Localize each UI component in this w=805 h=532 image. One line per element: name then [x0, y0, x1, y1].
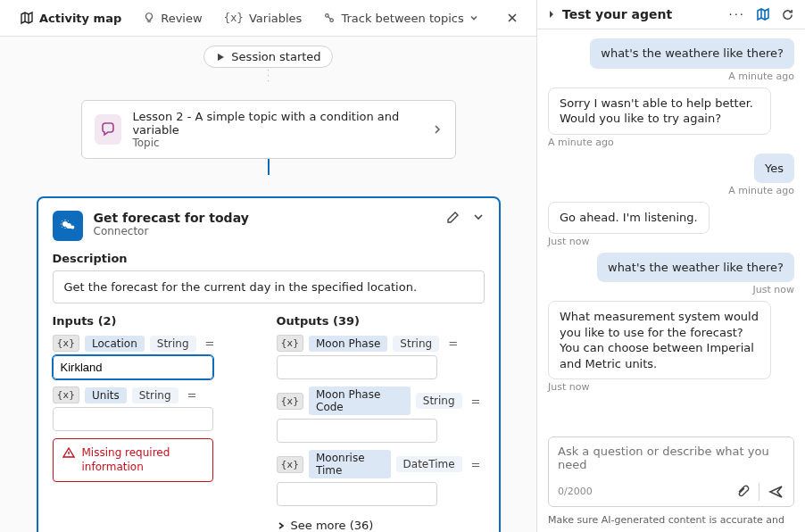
input-units-field[interactable]	[53, 407, 213, 431]
tab-activity-map-label: Activity map	[39, 12, 121, 25]
output-moon-phase: {x} Moon Phase String =	[277, 335, 485, 379]
connector-title: Get forecast for today	[94, 211, 249, 225]
topic-title: Lesson 2 - A simple topic with a conditi…	[132, 110, 420, 137]
topic-icon	[95, 114, 122, 145]
tab-review-label: Review	[161, 12, 202, 25]
input-type: String	[150, 336, 196, 352]
message-bubble[interactable]: Sorry I wasn't able to help better. Woul…	[548, 87, 771, 135]
map-icon	[756, 7, 770, 21]
edit-button[interactable]	[445, 211, 460, 225]
output-field[interactable]	[277, 482, 437, 506]
equals-label: =	[468, 458, 485, 471]
toolbar: Activity map Review {x} Variables Track …	[0, 0, 536, 37]
collapse-test-button[interactable]	[548, 10, 555, 19]
chevron-right-icon	[432, 124, 443, 135]
composer: 0/2000	[548, 436, 794, 507]
topic-card[interactable]: Lesson 2 - A simple topic with a conditi…	[81, 100, 456, 159]
outputs-column: Outputs (39) {x} Moon Phase String = {x}	[277, 314, 485, 532]
variable-icon: {x}	[53, 387, 80, 403]
chat-transcript[interactable]: what's the weathere like there?A minute …	[537, 29, 805, 433]
output-field[interactable]	[277, 419, 437, 443]
send-button[interactable]	[768, 484, 784, 500]
tab-track-between-topics[interactable]: Track between topics	[314, 8, 486, 29]
refresh-button[interactable]	[781, 8, 794, 21]
more-button[interactable]: ···	[729, 8, 745, 21]
output-type: DateTime	[396, 456, 462, 472]
message-bubble[interactable]: Go ahead. I'm listening.	[548, 202, 710, 234]
variable-icon: {x}	[277, 393, 304, 410]
equals-label: =	[202, 337, 219, 350]
message-bubble[interactable]: Yes	[754, 154, 794, 184]
send-icon	[768, 484, 784, 500]
chevron-down-icon	[472, 211, 485, 223]
input-type: String	[132, 387, 178, 403]
agent-message: Go ahead. I'm listening.Just now	[548, 202, 794, 247]
test-title: Test your agent	[562, 7, 672, 21]
weather-icon	[53, 211, 83, 241]
collapse-button[interactable]	[472, 211, 485, 225]
output-name: Moon Phase Code	[309, 387, 411, 415]
outputs-heading: Outputs (39)	[277, 314, 485, 328]
lightbulb-icon	[143, 12, 155, 24]
message-timestamp: Just now	[753, 284, 794, 295]
inputs-heading: Inputs (2)	[53, 314, 261, 328]
message-bubble[interactable]: What measurement system would you like t…	[548, 301, 771, 379]
attach-button[interactable]	[735, 485, 750, 499]
test-pane: Test your agent ··· what's the weathere …	[537, 0, 805, 532]
output-type: String	[416, 393, 462, 409]
session-started-label: Session started	[231, 50, 320, 63]
activity-canvas[interactable]: Session started ··· Lesson 2 - A simple …	[0, 37, 536, 532]
warning-icon	[62, 446, 75, 459]
output-name: Moon Phase	[309, 336, 387, 352]
see-more-button[interactable]: See more (36)	[277, 519, 374, 532]
inputs-column: Inputs (2) {x} Location String = {x}	[53, 314, 261, 532]
message-bubble[interactable]: what's the weathere like there?	[590, 38, 794, 69]
validation-error: Missing required information	[53, 438, 213, 482]
message-timestamp: A minute ago	[728, 71, 794, 82]
agent-message: Sorry I wasn't able to help better. Woul…	[548, 87, 794, 148]
user-message: what's the weather like there?Just now	[548, 253, 794, 296]
output-name: Moonrise Time	[309, 450, 391, 478]
variable-icon: {x}	[277, 335, 304, 352]
test-header: Test your agent ···	[537, 0, 805, 29]
message-timestamp: A minute ago	[728, 185, 794, 196]
output-moonrise-time: {x} Moonrise Time DateTime =	[277, 450, 485, 506]
play-icon	[215, 52, 226, 62]
input-name: Location	[85, 336, 145, 352]
message-bubble[interactable]: what's the weather like there?	[597, 253, 794, 283]
description-label: Description	[53, 252, 485, 265]
track-icon	[323, 12, 336, 24]
map-icon	[20, 11, 34, 25]
message-timestamp: Just now	[548, 381, 589, 393]
input-units: {x} Units String =	[53, 387, 261, 431]
chevron-right-icon	[277, 521, 286, 530]
see-more-label: See more (36)	[291, 519, 374, 532]
variable-icon: {x}	[277, 456, 304, 473]
equals-label: =	[184, 388, 201, 402]
output-type: String	[393, 336, 439, 352]
main-pane: Activity map Review {x} Variables Track …	[0, 0, 537, 532]
svg-point-0	[326, 14, 329, 18]
tab-activity-map[interactable]: Activity map	[11, 7, 130, 29]
input-location: {x} Location String =	[53, 335, 261, 379]
tab-track-label: Track between topics	[341, 12, 463, 25]
output-moon-phase-code: {x} Moon Phase Code String =	[277, 387, 485, 443]
input-location-field[interactable]	[53, 355, 213, 379]
tab-variables[interactable]: {x} Variables	[215, 8, 311, 29]
connector-card: Get forecast for today Connector Descrip…	[37, 196, 501, 532]
output-field[interactable]	[277, 355, 437, 379]
ai-disclaimer: Make sure AI-generated content is accura…	[537, 514, 805, 532]
tab-variables-label: Variables	[249, 12, 302, 25]
validation-error-text: Missing required information	[82, 446, 203, 474]
svg-point-1	[330, 19, 334, 22]
input-name: Units	[85, 387, 127, 403]
activity-map-toggle[interactable]	[756, 7, 770, 21]
message-timestamp: Just now	[548, 236, 589, 247]
tab-review[interactable]: Review	[134, 8, 211, 29]
agent-message: What measurement system would you like t…	[548, 301, 794, 393]
composer-input[interactable]	[558, 445, 784, 477]
close-button[interactable]	[499, 8, 526, 28]
equals-label: =	[468, 395, 485, 408]
more-icon: ···	[729, 8, 745, 21]
topic-subtitle: Topic	[132, 137, 420, 149]
